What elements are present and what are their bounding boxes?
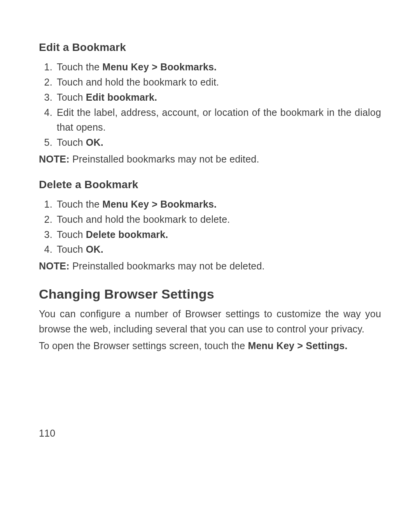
manual-page: Edit a Bookmark Touch the Menu Key > Boo… <box>0 0 420 507</box>
step-text: Edit the label, address, account, or loc… <box>57 107 381 133</box>
list-item: Touch the Menu Key > Bookmarks. <box>55 197 381 212</box>
settings-para-1: You can configure a number of Browser se… <box>39 306 381 337</box>
page-number: 110 <box>39 426 55 441</box>
step-bold: OK. <box>86 244 103 255</box>
para-bold: Menu Key > Settings. <box>248 340 347 351</box>
note-text: Preinstalled bookmarks may not be edited… <box>70 154 259 164</box>
step-text: Touch and hold the bookmark to delete. <box>57 214 230 225</box>
list-item: Touch Edit bookmark. <box>55 90 381 105</box>
step-bold: OK. <box>86 137 103 148</box>
step-text: Touch the <box>57 61 102 72</box>
note-label: NOTE: <box>39 154 70 164</box>
step-bold: Menu Key > Bookmarks. <box>102 61 217 72</box>
note-delete: NOTE: Preinstalled bookmarks may not be … <box>39 259 381 274</box>
heading-changing-settings: Changing Browser Settings <box>39 284 381 304</box>
step-text: Touch the <box>57 199 102 210</box>
delete-bookmark-steps: Touch the Menu Key > Bookmarks. Touch an… <box>39 197 381 257</box>
step-bold: Menu Key > Bookmarks. <box>102 199 217 210</box>
step-text: Touch <box>57 137 86 148</box>
note-label: NOTE: <box>39 260 70 271</box>
note-text: Preinstalled bookmarks may not be delete… <box>70 260 265 271</box>
step-text: Touch <box>57 92 86 103</box>
step-bold: Edit bookmark. <box>86 92 157 103</box>
list-item: Touch Delete bookmark. <box>55 227 381 242</box>
list-item: Touch and hold the bookmark to delete. <box>55 212 381 227</box>
list-item: Edit the label, address, account, or loc… <box>55 105 381 135</box>
step-text: Touch <box>57 244 86 255</box>
settings-para-2: To open the Browser settings screen, tou… <box>39 338 381 353</box>
edit-bookmark-steps: Touch the Menu Key > Bookmarks. Touch an… <box>39 59 381 150</box>
step-text: Touch <box>57 229 86 240</box>
heading-edit-bookmark: Edit a Bookmark <box>39 39 381 56</box>
list-item: Touch the Menu Key > Bookmarks. <box>55 59 381 75</box>
heading-delete-bookmark: Delete a Bookmark <box>39 176 381 193</box>
list-item: Touch and hold the bookmark to edit. <box>55 75 381 90</box>
step-text: Touch and hold the bookmark to edit. <box>57 77 219 87</box>
note-edit: NOTE: Preinstalled bookmarks may not be … <box>39 152 381 167</box>
list-item: Touch OK. <box>55 135 381 150</box>
step-bold: Delete bookmark. <box>86 229 168 240</box>
para-text: To open the Browser settings screen, tou… <box>39 340 248 351</box>
list-item: Touch OK. <box>55 242 381 257</box>
